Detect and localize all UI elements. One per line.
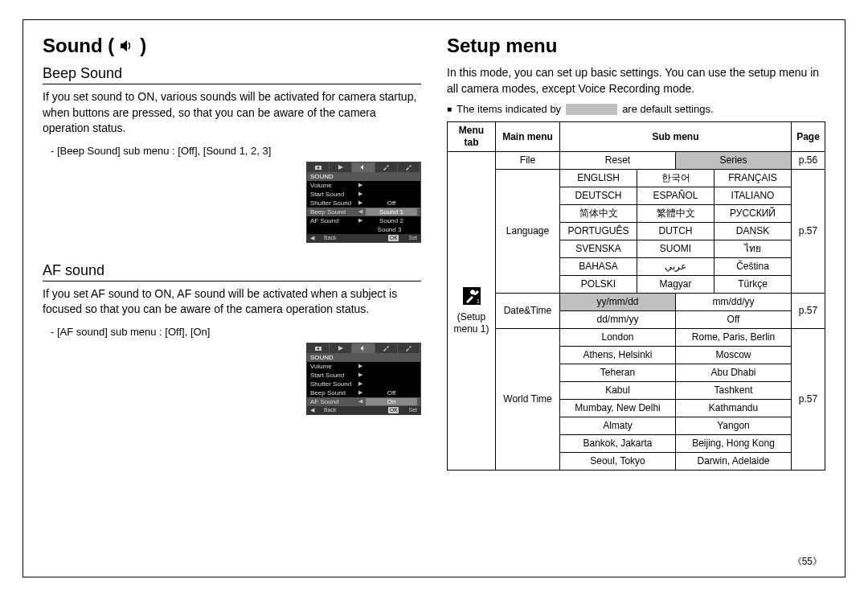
lcd-back-arrow-icon: ◀ — [310, 407, 314, 413]
af-sound-title: AF sound — [43, 262, 421, 282]
menutab-cell: 1 (Setup menu 1) — [448, 152, 496, 471]
lcd-back-arrow-icon: ◀ — [310, 235, 314, 241]
lcd-footer: ◀ Back OK Set — [307, 234, 420, 242]
svg-point-4 — [317, 347, 319, 350]
setup-menu-heading: Setup menu — [447, 35, 825, 57]
svg-marker-2 — [338, 165, 343, 170]
lcd-tab-setup2-icon — [398, 162, 420, 172]
table-header-row: Menu tab Main menu Sub menu Page — [448, 122, 825, 152]
table-row: 1 (Setup menu 1) File Reset Series p.56 — [448, 152, 825, 170]
lcd-title: SOUND — [307, 353, 420, 362]
lcd-tabbar — [307, 162, 420, 172]
af-sound-body: If you set AF sound to ON, AF sound will… — [43, 286, 421, 318]
svg-text:1: 1 — [477, 298, 480, 304]
default-note: ■ The items indicated by are default set… — [447, 103, 825, 115]
beep-lcd-preview: SOUND Volume▶ Start Sound▶ Shutter Sound… — [306, 162, 421, 243]
lcd-tab-setup1-icon — [375, 162, 398, 172]
table-row: World Time London Rome, Paris, Berlin p.… — [448, 329, 825, 347]
svg-marker-5 — [338, 346, 343, 351]
lcd-tab-sound-icon — [352, 343, 375, 353]
beep-lcd-preview-row: SOUND Volume▶ Start Sound▶ Shutter Sound… — [43, 162, 421, 243]
lcd-rows: Volume▶ Start Sound▶ Shutter Sound▶ Beep… — [307, 362, 420, 406]
settings-table: Menu tab Main menu Sub menu Page 1 (Setu… — [447, 121, 825, 471]
lcd-tab-camera-icon — [307, 162, 330, 172]
af-lcd-preview-row: SOUND Volume▶ Start Sound▶ Shutter Sound… — [43, 343, 421, 415]
lcd-tabbar — [307, 343, 420, 353]
table-row: Date&Time yy/mm/dd mm/dd/yy p.57 — [448, 294, 825, 311]
lcd-tab-play-icon — [330, 162, 352, 172]
wrench-icon: 1 — [463, 287, 481, 308]
svg-point-1 — [317, 166, 319, 169]
lcd-tab-setup1-icon — [375, 343, 398, 353]
af-lcd-preview: SOUND Volume▶ Start Sound▶ Shutter Sound… — [306, 343, 421, 415]
beep-submenu-line: - [Beep Sound] sub menu : [Off], [Sound … — [51, 145, 421, 157]
right-column: Setup menu In this mode, you can set up … — [444, 35, 825, 569]
af-submenu-line: - [AF sound] sub menu : [Off], [On] — [51, 326, 421, 338]
lcd-tab-setup2-icon — [398, 343, 420, 353]
lcd-title: SOUND — [307, 172, 420, 181]
table-row: Language ENGLISH 한국어 FRANÇAIS p.57 — [448, 170, 825, 187]
lcd-footer: ◀ Back OK Set — [307, 406, 420, 414]
square-bullet-icon: ■ — [447, 105, 452, 113]
page-frame: Sound ( ) Beep Sound If you set sound to… — [23, 19, 845, 577]
lcd-tab-play-icon — [330, 343, 352, 353]
sound-heading: Sound ( ) — [43, 35, 421, 57]
default-color-swatch — [566, 104, 617, 115]
left-column: Sound ( ) Beep Sound If you set sound to… — [43, 35, 424, 569]
beep-sound-body: If you set sound to ON, various sounds w… — [43, 89, 421, 137]
lcd-tab-sound-icon — [352, 162, 375, 172]
speaker-icon — [119, 39, 135, 53]
sound-heading-text: Sound ( — [43, 35, 114, 57]
lcd-rows: Volume▶ Start Sound▶ Shutter Sound▶Off B… — [307, 181, 420, 234]
setup-intro: In this mode, you can set up basic setti… — [447, 65, 825, 97]
sound-heading-close: ) — [140, 35, 146, 57]
beep-sound-title: Beep Sound — [43, 65, 421, 84]
lcd-tab-camera-icon — [307, 343, 330, 353]
page-number: 《55》 — [792, 555, 822, 569]
